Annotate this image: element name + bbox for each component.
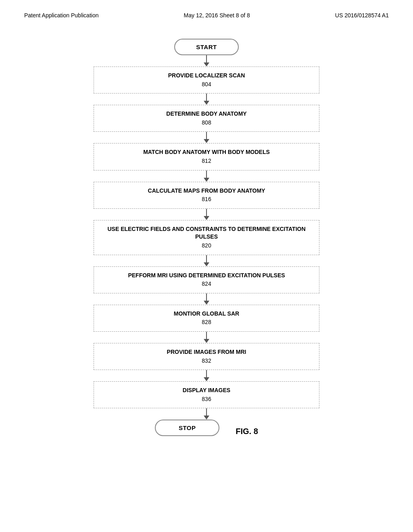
step-836-text: DISPLAY IMAGES	[183, 387, 230, 393]
step-812-box: MATCH BODY ANATOMY WITH BODY MODELS 812	[94, 143, 319, 170]
step-804-number: 804	[102, 81, 311, 89]
arrow-head	[204, 262, 209, 266]
arrow-line	[206, 209, 207, 216]
arrow-head	[204, 377, 209, 381]
step-820-box: USE ELECTRIC FIELDS AND CONSTRAINTS TO D…	[94, 220, 319, 255]
arrow-head	[204, 139, 209, 143]
arrow-head	[204, 216, 209, 220]
arrow-head	[204, 178, 209, 182]
step-812-text: MATCH BODY ANATOMY WITH BODY MODELS	[143, 149, 270, 155]
arrow-line	[206, 132, 207, 139]
arrow-5	[204, 209, 209, 220]
arrow-line	[206, 408, 207, 416]
arrow-line	[206, 370, 207, 377]
flowchart: START PROVIDE LOCALIZER SCAN 804 DETERMI…	[24, 39, 389, 436]
page: Patent Application Publication May 12, 2…	[0, 0, 413, 532]
step-828-text: MONTIOR GLOBAL SAR	[174, 310, 239, 317]
stop-label: STOP	[179, 424, 196, 431]
header-date-sheet: May 12, 2016 Sheet 8 of 8	[184, 12, 250, 19]
step-820-text: USE ELECTRIC FIELDS AND CONSTRAINTS TO D…	[107, 226, 305, 240]
arrow-7	[204, 293, 209, 305]
step-824-number: 824	[102, 280, 311, 288]
step-804-box: PROVIDE LOCALIZER SCAN 804	[94, 66, 319, 94]
arrow-head	[204, 301, 209, 305]
arrow-line	[206, 170, 207, 178]
step-832-box: PROVIDE IMAGES FROM MRI 832	[94, 343, 319, 370]
arrow-line	[206, 255, 207, 262]
step-828-box: MONTIOR GLOBAL SAR 828	[94, 305, 319, 332]
step-808-text: DETERMINE BODY ANATOMY	[166, 110, 246, 117]
arrow-3	[204, 132, 209, 143]
step-828-number: 828	[102, 318, 311, 326]
arrow-4	[204, 170, 209, 182]
step-808-number: 808	[102, 119, 311, 127]
arrow-6	[204, 255, 209, 266]
start-terminal: START	[174, 39, 239, 55]
arrow-head	[204, 101, 209, 105]
arrow-8	[204, 332, 209, 343]
step-816-box: CALCULATE MAPS FROM BODY ANATOMY 816	[94, 182, 319, 209]
step-824-box: PEFFORM MRI USING DETERMINED EXCITATION …	[94, 266, 319, 293]
arrow-head	[204, 416, 209, 420]
step-820-number: 820	[102, 242, 311, 250]
arrow-2	[204, 94, 209, 105]
arrow-9	[204, 370, 209, 381]
arrow-10	[204, 408, 209, 420]
step-824-text: PEFFORM MRI USING DETERMINED EXCITATION …	[128, 272, 285, 278]
header-patent-number: US 2016/0128574 A1	[335, 12, 389, 19]
step-836-box: DISPLAY IMAGES 836	[94, 381, 319, 408]
arrow-line	[206, 55, 207, 62]
step-804-text: PROVIDE LOCALIZER SCAN	[168, 72, 245, 79]
step-808-box: DETERMINE BODY ANATOMY 808	[94, 105, 319, 132]
step-812-number: 812	[102, 157, 311, 165]
step-836-number: 836	[102, 395, 311, 403]
fig-label: FIG. 8	[236, 427, 258, 436]
arrow-head	[204, 339, 209, 343]
arrow-line	[206, 94, 207, 101]
arrow-line	[206, 332, 207, 339]
page-header: Patent Application Publication May 12, 2…	[24, 12, 389, 19]
step-816-number: 816	[102, 195, 311, 204]
step-832-text: PROVIDE IMAGES FROM MRI	[167, 349, 246, 355]
step-832-number: 832	[102, 357, 311, 365]
arrow-line	[206, 293, 207, 301]
arrow-head	[204, 62, 209, 66]
start-label: START	[196, 44, 217, 50]
step-816-text: CALCULATE MAPS FROM BODY ANATOMY	[148, 187, 265, 194]
stop-terminal: STOP	[155, 420, 219, 436]
header-publication-label: Patent Application Publication	[24, 12, 98, 19]
bottom-row: STOP FIG. 8	[155, 420, 258, 436]
arrow-1	[204, 55, 209, 66]
